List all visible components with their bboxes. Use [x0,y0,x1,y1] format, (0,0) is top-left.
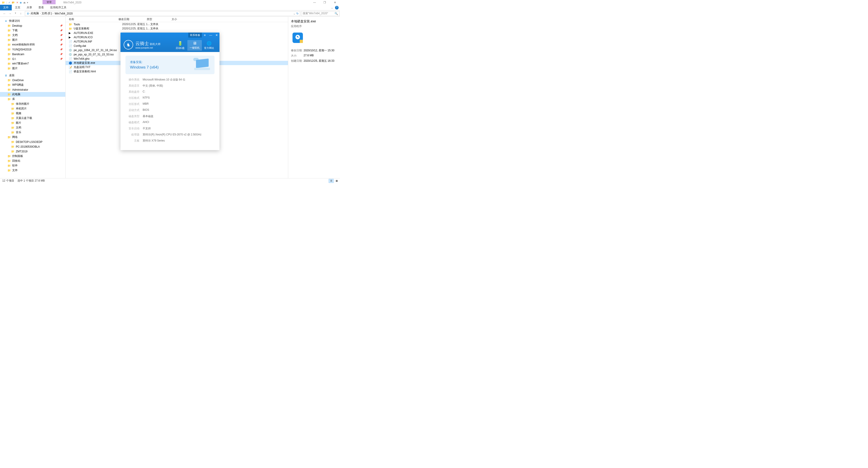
sidebar-item[interactable]: 📁文档📌 [0,33,65,37]
breadcrumb[interactable]: 🖥 › 此电脑 › 文档 (E:) › Win7x64_2020 ⌄ ↻ [25,11,300,16]
eject-icon[interactable]: ⏏ [23,1,26,4]
installer-tab[interactable]: 🔋启动U盘 [173,40,187,51]
addressbar: ← → ▾ ↑ 🖥 › 此电脑 › 文档 (E:) › Win7x64_2020… [0,10,340,17]
sidebar-item[interactable]: 📁网络 [0,135,65,139]
sidebar-item[interactable]: 📁OneDrive [0,78,65,83]
check-icon[interactable]: ✓ [8,1,10,4]
contact-button[interactable]: 联系客服 [188,33,202,37]
address-dropdown-icon[interactable]: ⌄ [293,12,296,15]
sidebar-item[interactable]: 📁YUNQISHI2019📌 [0,47,65,52]
nav-recent-button[interactable]: ▾ [13,12,18,15]
sidebar-item[interactable]: 📁控制面板 [0,154,65,158]
close-button[interactable]: ✕ [330,0,340,5]
view-icons-button[interactable]: ▦ [334,179,339,183]
sidebar-item[interactable]: 📁excel表格制作求和📌 [0,42,65,47]
sidebar-item[interactable]: 📁WPS网盘 [0,83,65,87]
sysinfo-row: 分区格式NTFS [126,96,214,100]
ribbon-expand-icon[interactable]: ⌄ [331,6,333,9]
menu-icon[interactable]: ≡ [202,33,208,37]
window-title: Win7x64_2020 [63,1,81,4]
installer-tab[interactable]: 🌐官方网址 [202,40,216,51]
star-icon: ★ [4,19,8,23]
col-type[interactable]: 类型 [147,18,172,21]
folder-icon: 📁 [7,62,11,66]
sidebar-item[interactable]: 📁图片📌 [0,37,65,42]
folder-open-icon[interactable]: 📂 [12,1,15,4]
search-icon[interactable]: 🔍 [335,12,338,15]
ribbon-tab-view[interactable]: 查看 [35,5,47,10]
file-row[interactable]: 📁U盘安装教程2020/12/25, 星期五 1...文件夹 [66,27,288,31]
minimize-button[interactable]: — [309,0,320,5]
sidebar-item[interactable]: 📁Bandicam📌 [0,52,65,57]
sidebar-item[interactable]: 📁本机照片 [0,106,65,111]
sidebar-item[interactable]: 📁DESKTOP-LSSOEDP [0,139,65,144]
col-date[interactable]: 修改日期 [119,18,147,21]
installer-close-button[interactable]: ✕ [214,33,219,37]
pin-icon: 📌 [60,53,63,55]
ribbon-tab-file[interactable]: 文件 [0,5,12,10]
sidebar-item[interactable]: 📁文档 [0,125,65,130]
sysinfo-row: 操作系统Microsoft Windows 10 企业版 64 位 [126,78,214,82]
maximize-button[interactable]: ❐ [320,0,330,5]
sidebar-item[interactable]: 📁此电脑 [0,92,65,97]
refresh-icon[interactable]: ◉ [20,1,22,4]
view-details-button[interactable]: ☰ [329,179,334,183]
pin-icon: 📌 [60,29,63,32]
crumb-drive[interactable]: 文档 (E:) [41,11,53,15]
sidebar-item[interactable]: 📁ZMT2019 [0,149,65,154]
ribbon-tab-share[interactable]: 共享 [24,5,35,10]
ribbon: 文件 主页 共享 查看 应用程序工具 ⌄ ? [0,5,340,10]
pc-icon: 🖥 [26,12,29,15]
item-icon: 📁 [11,107,14,111]
file-row[interactable]: 📁Tools2020/12/25, 星期五 1...文件夹 [66,22,288,27]
crumb-folder[interactable]: Win7x64_2020 [54,12,74,15]
installer-minimize-button[interactable]: — [208,33,214,37]
sidebar-item[interactable]: 📁回收站 [0,158,65,163]
nav-up-button[interactable]: ↑ [19,12,23,15]
item-icon: 📁 [7,88,11,92]
sidebar-item[interactable]: 📁PC-20190530OBLA [0,144,65,149]
item-icon: 📁 [7,79,11,82]
sidebar-item[interactable]: 📁G:\📌 [0,57,65,61]
sidebar-item[interactable]: 📁win7重装win7 [0,61,65,66]
sidebar-item[interactable]: 📁库 [0,97,65,101]
item-icon: 📁 [7,135,11,139]
sidebar-item[interactable]: 📁图片 [0,121,65,125]
ribbon-context-tab[interactable]: 管理 [42,0,56,4]
quick-access-header[interactable]: ★快速访问 [0,19,65,23]
banner-os: Windows 7 (x64) [130,65,159,70]
address-refresh-icon[interactable]: ↻ [296,12,299,15]
sidebar-item[interactable]: 📁图片 [0,66,65,71]
ribbon-tab-apptools[interactable]: 应用程序工具 [47,5,70,10]
nav-back-button[interactable]: ← [2,12,7,15]
brand-sub: 装机大师 [150,42,160,46]
ribbon-tab-home[interactable]: 主页 [12,5,24,10]
details-prop: 创建日期:2020/12/25, 星期五 16:33 [291,59,337,63]
col-size[interactable]: 大小 [172,18,190,21]
installer-tab[interactable]: 🖥一键装机 [187,40,202,51]
chevron-down-icon[interactable]: ▾ [27,1,28,4]
sidebar-item[interactable]: 📁音乐 [0,130,65,135]
close-x-icon[interactable]: ✕ [16,1,18,4]
brand-name: 云骑士 [135,41,149,46]
file-icon: 📁 [69,23,72,26]
desktop-header[interactable]: 🖥桌面 [0,73,65,78]
search-input[interactable]: 搜索"Win7x64_2020" 🔍 [301,11,340,16]
statusbar: 12 个项目 选中 1 个项目 27.6 MB ☰ ▦ [0,178,340,183]
sidebar-item[interactable]: 📁Administrator [0,87,65,92]
item-icon: 📁 [11,112,14,115]
file-icon: ▶ [69,31,72,35]
sidebar-item[interactable]: 📁软件 [0,163,65,168]
item-icon: 📁 [11,121,14,125]
help-icon[interactable]: ? [335,6,339,9]
crumb-pc[interactable]: 此电脑 [30,11,40,15]
pin-icon: 📌 [60,48,63,51]
col-name[interactable]: 名称 [69,18,119,21]
nav-forward-button[interactable]: → [8,12,12,15]
sidebar-item[interactable]: 📁视频 [0,111,65,116]
sidebar-item[interactable]: 📁Desktop📌 [0,23,65,28]
sidebar-item[interactable]: 📁天翼云盘下载 [0,116,65,121]
sidebar-item[interactable]: 📁下载📌 [0,28,65,33]
sidebar-item[interactable]: 📁文件 [0,168,65,173]
sidebar-item[interactable]: 📁保存的图片 [0,101,65,106]
